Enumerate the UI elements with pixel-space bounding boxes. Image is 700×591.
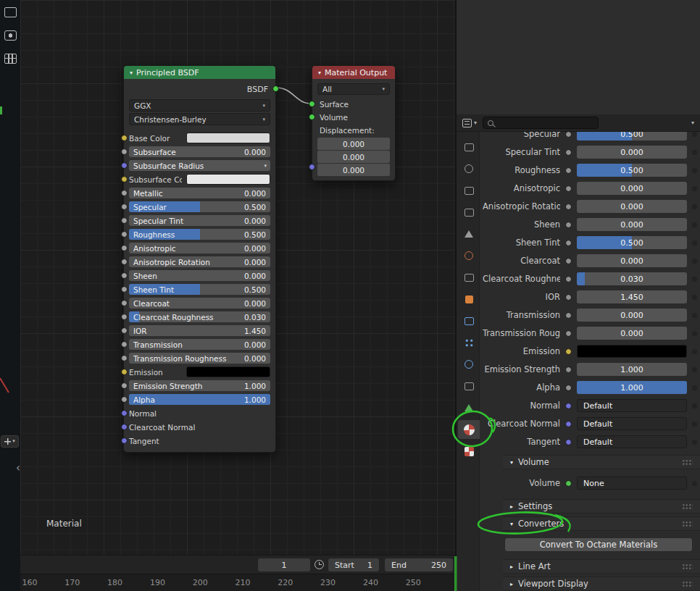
material-output-node[interactable]: ▾ Material Output All ▾ Surface Volume D… — [312, 65, 396, 181]
node-slider-specular-tint[interactable]: Specular Tint0.000 — [129, 215, 270, 226]
node-slider-anisotropic-rotation[interactable]: Anisotropic Rotation0.000 — [129, 256, 270, 267]
volume-panel-header[interactable]: ▾ Volume — [503, 455, 700, 469]
displacement-z-field[interactable]: 0.000 — [317, 164, 390, 176]
viewport-display-panel-header[interactable]: ▸ Viewport Display — [503, 577, 700, 591]
settings-panel-header[interactable]: ▸ Settings — [503, 499, 700, 514]
node-slider-ior[interactable]: IOR1.450 — [129, 325, 270, 336]
panel-grip-icon[interactable] — [682, 521, 693, 527]
node-slider-roughness[interactable]: Roughness0.500 — [129, 229, 270, 240]
displacement-y-field[interactable]: 0.000 — [317, 151, 390, 163]
color-swatch[interactable] — [186, 174, 270, 185]
outliner-area[interactable] — [457, 0, 700, 114]
node-slider-transmission-roughness[interactable]: Transmission Roughness0.000 — [129, 353, 270, 364]
panel-expand-triangle-icon[interactable]: ▾ — [510, 459, 513, 466]
input-socket[interactable] — [121, 272, 128, 279]
input-socket[interactable] — [121, 162, 128, 169]
volume-input-socket[interactable] — [309, 114, 315, 120]
converters-panel-header[interactable]: ▾ Converters — [503, 516, 700, 531]
principled-bsdf-node[interactable]: ▾ Principled BSDF BSDF GGX ▾ Christensen… — [123, 65, 276, 453]
tab-render[interactable] — [458, 159, 480, 178]
tab-modifiers[interactable] — [458, 311, 480, 330]
input-socket[interactable] — [121, 190, 128, 196]
input-socket[interactable] — [121, 424, 128, 430]
tab-object-data[interactable] — [458, 398, 480, 417]
node-slider-metallic[interactable]: Metallic0.000 — [129, 188, 270, 198]
current-frame-field[interactable]: 1 — [258, 558, 310, 571]
frame-start-field[interactable]: Start 1 — [328, 558, 379, 571]
panel-grip-icon[interactable] — [682, 459, 693, 466]
property-slider-clearcoat-roughnes[interactable]: 0.030 — [577, 272, 687, 285]
node-slider-sheen[interactable]: Sheen0.000 — [129, 270, 270, 281]
node-slider-emission-strength[interactable]: Emission Strength1.000 — [129, 380, 270, 391]
property-menu-tangent[interactable]: Default — [577, 435, 687, 448]
header-menu-chevron[interactable]: ▾ — [691, 120, 694, 126]
distribution-dropdown[interactable]: GGX ▾ — [129, 99, 270, 112]
tab-particles[interactable] — [458, 333, 480, 352]
property-slider-anisotropic-rotation[interactable]: 0.000 — [577, 200, 687, 213]
node-slider-clearcoat-roughness[interactable]: Clearcoat Roughness0.030 — [129, 311, 270, 322]
collapse-triangle-icon[interactable]: ▾ — [318, 70, 321, 76]
property-slider-transmission-roug[interactable]: 0.000 — [577, 327, 687, 340]
input-socket[interactable] — [121, 135, 128, 141]
target-dropdown[interactable]: All ▾ — [317, 83, 390, 95]
tab-output[interactable] — [458, 181, 480, 200]
output-node-header[interactable]: ▾ Material Output — [312, 66, 395, 79]
input-socket[interactable] — [121, 327, 128, 334]
property-color-swatch[interactable] — [577, 345, 687, 358]
snap-widget[interactable]: ▾ — [1, 435, 19, 448]
tab-world[interactable] — [458, 246, 480, 265]
property-slider-transmission[interactable]: 0.000 — [577, 309, 687, 322]
input-socket[interactable] — [121, 259, 128, 265]
input-socket[interactable] — [121, 217, 128, 224]
surface-input-socket[interactable] — [309, 101, 315, 107]
properties-search-input[interactable] — [483, 117, 599, 129]
input-socket[interactable] — [121, 341, 128, 348]
input-socket[interactable] — [121, 396, 128, 403]
tab-tool[interactable] — [458, 138, 480, 156]
tab-constraints[interactable] — [458, 377, 480, 395]
panel-grip-icon[interactable] — [682, 581, 693, 587]
input-socket[interactable] — [121, 369, 128, 375]
property-slider-roughness[interactable]: 0.500 — [577, 164, 687, 177]
property-slider-ior[interactable]: 1.450 — [577, 290, 687, 303]
subsurface-method-dropdown[interactable]: Christensen-Burley ▾ — [129, 113, 270, 125]
tab-material[interactable] — [458, 420, 480, 439]
input-socket[interactable] — [121, 204, 128, 210]
panel-grip-icon[interactable] — [682, 503, 693, 510]
bsdf-output-socket[interactable] — [272, 85, 279, 92]
panel-expand-triangle-icon[interactable]: ▸ — [510, 563, 513, 570]
property-slider-emission-strength[interactable]: 1.000 — [577, 363, 687, 376]
vector-dropdown-subsurface-radius[interactable]: Subsurface Radius▾ — [129, 160, 270, 171]
property-menu-clearcoat-normal[interactable]: Default — [577, 417, 687, 430]
node-slider-alpha[interactable]: Alpha1.000 — [129, 394, 270, 405]
displacement-x-field[interactable]: 0.000 — [317, 138, 390, 150]
panel-expand-triangle-icon[interactable]: ▾ — [510, 521, 513, 527]
input-socket[interactable] — [121, 231, 128, 238]
movie-camera-button[interactable] — [1, 28, 19, 43]
node-slider-anisotropic[interactable]: Anisotropic0.000 — [129, 243, 270, 253]
displacement-input-socket[interactable] — [309, 164, 315, 170]
property-menu-normal[interactable]: Default — [577, 399, 687, 412]
input-socket[interactable] — [121, 300, 128, 306]
property-slider-sheen[interactable]: 0.000 — [577, 218, 687, 231]
node-slider-sheen-tint[interactable]: Sheen Tint0.500 — [129, 284, 270, 295]
property-slider-specular[interactable]: 0.500 — [577, 132, 687, 141]
node-slider-specular[interactable]: Specular0.500 — [129, 201, 270, 212]
property-slider-sheen-tint[interactable]: 0.500 — [577, 236, 687, 249]
tab-view-layer[interactable] — [458, 203, 480, 222]
input-socket[interactable] — [121, 286, 128, 293]
property-slider-clearcoat[interactable]: 0.000 — [577, 254, 687, 267]
node-slider-subsurface[interactable]: Subsurface0.000 — [129, 146, 270, 157]
input-socket[interactable] — [121, 148, 128, 155]
editor-type-button[interactable]: ▾ — [462, 119, 477, 127]
clock-icon[interactable] — [314, 560, 324, 569]
color-swatch[interactable] — [186, 133, 270, 143]
node-slider-transmission[interactable]: Transmission0.000 — [129, 339, 270, 350]
volume-shader-menu[interactable]: None — [577, 477, 687, 490]
tab-texture[interactable] — [458, 442, 480, 461]
frame-end-field[interactable]: End 250 — [385, 558, 453, 571]
color-swatch[interactable] — [186, 366, 270, 377]
node-slider-clearcoat[interactable]: Clearcoat0.000 — [129, 298, 270, 309]
tab-object[interactable] — [458, 290, 480, 309]
principled-node-header[interactable]: ▾ Principled BSDF — [124, 66, 275, 79]
